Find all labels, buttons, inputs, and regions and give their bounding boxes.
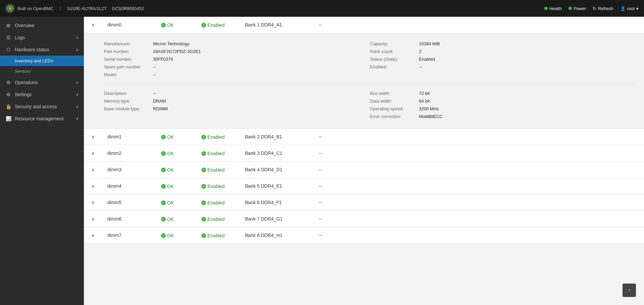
sidebar-item-resource-management[interactable]: 📊 Resource management ∨ — [0, 113, 84, 125]
settings-icon: ⚙ — [5, 92, 11, 97]
sidebar-item-label: Logs — [15, 35, 25, 40]
chevron-down-icon: ∨ — [76, 80, 79, 85]
dimm0-status: ✓ OK — [156, 17, 196, 33]
table-row: ∨ dimm7 ✓ OK ✓ Enabled Bank 8 DDR4_H1 -- — [84, 227, 644, 244]
dimm7-enabled: ✓ Enabled — [196, 227, 240, 244]
dimm4-name: dimm4 — [102, 178, 156, 194]
dimm0-extra: -- — [313, 17, 644, 33]
sidebar-item-label: Resource management — [15, 116, 64, 121]
header-divider: | — [60, 6, 61, 11]
sidebar-item-overview[interactable]: ⊞ Overview — [0, 19, 84, 32]
detail-capacity: Capacity: 16384 MiB — [370, 40, 636, 48]
dimm2-status: ✓ OK — [156, 145, 196, 162]
dimm7-location: Bank 8 DDR4_H1 — [240, 227, 313, 244]
detail-description: Description: -- — [104, 89, 370, 97]
dimm5-expand-button[interactable]: ∨ — [89, 199, 97, 206]
dimm2-location: Bank 3 DDR4_C1 — [240, 145, 313, 162]
dimm0-name: dimm0 — [102, 17, 156, 33]
dimm3-name: dimm3 — [102, 162, 156, 178]
detail-serial-number: Serial number: 30FF0379 — [104, 55, 370, 63]
dimm0-enabled: ✓ Enabled — [196, 17, 240, 33]
health-status[interactable]: Health — [544, 6, 562, 11]
dimm2-expand-button[interactable]: ∨ — [89, 150, 97, 157]
logo-icon — [5, 4, 15, 13]
dimm3-location: Bank 4 DDR4_D1 — [240, 162, 313, 178]
enabled-icon: ✓ — [201, 151, 206, 156]
power-status[interactable]: Power — [568, 6, 586, 11]
dimm3-enabled: ✓ Enabled — [196, 162, 240, 178]
dimm7-name: dimm7 — [102, 227, 156, 244]
header-actions: Health Power ↻ Refresh 👤 root ▾ — [544, 6, 639, 11]
sidebar-item-sensors[interactable]: Sensors — [0, 66, 84, 76]
chevron-down-icon: ∨ — [76, 36, 79, 40]
table-row: ∨ dimm1 ✓ OK ✓ Enabled Bank 2 DDR4_B1 -- — [84, 129, 644, 145]
detail-part-number: Part number: 18ASF2G72PDZ-3G2E1 — [104, 48, 370, 55]
detail-memory-type: Memory type: DRAM — [104, 97, 370, 105]
detail-enabled: Enabled: -- — [370, 63, 636, 71]
refresh-button[interactable]: ↻ Refresh — [593, 6, 613, 11]
enabled-icon: ✓ — [201, 23, 206, 27]
chevron-up-icon: ∧ — [76, 48, 79, 52]
dimm0-expand-button[interactable]: ∧ — [89, 21, 97, 28]
detail-operating-speed: Operating speed: 3200 MHz — [370, 105, 636, 113]
enabled-icon: ✓ — [201, 217, 206, 222]
detail-divider — [104, 84, 636, 84]
logo-text: Built on OpenBMC — [17, 6, 54, 11]
enabled-icon: ✓ — [201, 233, 206, 238]
detail-model: Model: -- — [104, 71, 370, 78]
enabled-icon: ✓ — [201, 184, 206, 189]
sidebar-item-logs[interactable]: ☰ Logs ∨ — [0, 32, 84, 44]
dimm1-expand-button[interactable]: ∨ — [89, 133, 97, 140]
sidebar-item-operations[interactable]: ⚙ Operations ∨ — [0, 76, 84, 88]
server-model: 1U10E-ALTRA/1L2T — [67, 6, 106, 11]
power-dot — [568, 7, 572, 10]
server-info: 1U10E-ALTRA/1L2T GCS0R8000452 — [67, 6, 144, 11]
table-row: ∨ dimm6 ✓ OK ✓ Enabled Bank 7 DDR4_G1 -- — [84, 211, 644, 227]
dimm1-location: Bank 2 DDR4_B1 — [240, 129, 313, 145]
server-id: GCS0R8000452 — [112, 6, 144, 11]
health-label: Health — [549, 6, 562, 11]
dimm7-status: ✓ OK — [156, 227, 196, 244]
sidebar-item-security-access[interactable]: 🔒 Security and access ∨ — [0, 101, 84, 113]
ok-icon: ✓ — [161, 233, 166, 238]
security-icon: 🔒 — [5, 104, 11, 109]
sidebar-item-settings[interactable]: ⚙ Settings ∨ — [0, 88, 84, 101]
dimm2-name: dimm2 — [102, 145, 156, 162]
dimm7-expand-button[interactable]: ∨ — [89, 232, 97, 239]
sidebar-item-inventory-leds[interactable]: Inventory and LEDs — [0, 56, 84, 66]
dimm6-extra: -- — [313, 211, 644, 227]
dimm0-location: Bank 1 DDR4_A1 — [240, 17, 313, 33]
dimm4-status: ✓ OK — [156, 178, 196, 194]
sidebar-item-label: Overview — [15, 23, 34, 28]
dimm4-expand-button[interactable]: ∨ — [89, 183, 97, 189]
table-row: ∨ dimm5 ✓ OK ✓ Enabled Bank 6 DDR4_F1 -- — [84, 194, 644, 211]
user-menu-button[interactable]: 👤 root ▾ — [620, 6, 639, 11]
chevron-down-icon: ∨ — [76, 93, 79, 97]
detail-base-module: Base module type: RDIMM — [104, 105, 370, 113]
dimm5-extra: -- — [313, 194, 644, 211]
detail-status-state: Status (State): Enabled — [370, 55, 636, 63]
dimm5-location: Bank 6 DDR4_F1 — [240, 194, 313, 211]
ok-icon: ✓ — [161, 23, 166, 27]
ok-icon: ✓ — [161, 168, 166, 172]
scroll-to-top-button[interactable]: ↑ — [623, 284, 636, 297]
chevron-down-icon: ▾ — [636, 6, 639, 11]
inventory-table: ∧ dimm0 ✓ OK ✓ Enabled — [84, 17, 644, 244]
dimm6-expand-button[interactable]: ∨ — [89, 216, 97, 222]
sidebar-item-hardware-status[interactable]: ⬡ Hardware status ∧ — [0, 44, 84, 56]
dimm5-enabled: ✓ Enabled — [196, 194, 240, 211]
dimm6-location: Bank 7 DDR4_G1 — [240, 211, 313, 227]
dimm5-name: dimm5 — [102, 194, 156, 211]
dimm3-status: ✓ OK — [156, 162, 196, 178]
enabled-icon: ✓ — [201, 168, 206, 172]
dimm2-enabled: ✓ Enabled — [196, 145, 240, 162]
detail-manufacturer: Manufacturer: Micron Technology — [104, 40, 370, 48]
dimm6-name: dimm6 — [102, 211, 156, 227]
hardware-icon: ⬡ — [5, 47, 11, 52]
dimm2-extra: -- — [313, 145, 644, 162]
chevron-down-icon: ∨ — [76, 117, 79, 121]
table-row: ∨ dimm4 ✓ OK ✓ Enabled Bank 5 DDR4_E1 -- — [84, 178, 644, 194]
dimm1-enabled: ✓ Enabled — [196, 129, 240, 145]
user-label: root — [627, 6, 635, 11]
dimm3-expand-button[interactable]: ∨ — [89, 166, 97, 173]
